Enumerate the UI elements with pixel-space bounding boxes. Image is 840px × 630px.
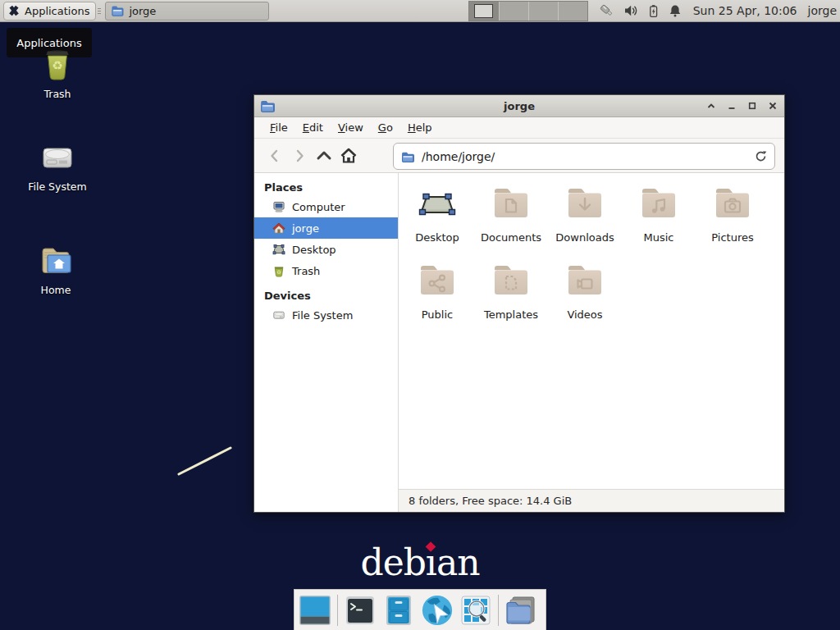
location-folder-icon — [400, 150, 415, 163]
power-plug-icon[interactable] — [600, 4, 615, 18]
system-tray — [600, 4, 682, 18]
home-button[interactable] — [336, 144, 361, 168]
desktop-icon-trash[interactable]: ♻ Trash — [18, 45, 97, 100]
workspace-1[interactable] — [469, 2, 499, 21]
file-tile-templates[interactable]: Templates — [474, 260, 548, 321]
workspace-4[interactable] — [558, 2, 587, 21]
sidebar-item-jorge[interactable]: jorge — [254, 217, 398, 239]
file-tile-desktop[interactable]: Desktop — [400, 183, 474, 244]
tasklist-grip-handle[interactable] — [98, 3, 103, 18]
sidebar-item-computer[interactable]: Computer — [254, 196, 398, 217]
sidebar-header-devices: Devices — [254, 286, 398, 304]
desktop-icon-label: File System — [18, 180, 97, 193]
menu-file[interactable]: File — [264, 119, 294, 136]
debian-logo: debıan — [0, 541, 840, 583]
hard-drive-icon — [38, 138, 77, 177]
templates-folder-icon — [491, 262, 531, 301]
applications-menu-button[interactable]: Applications — [3, 2, 96, 21]
location-bar[interactable]: /home/jorge/ — [393, 143, 775, 170]
menu-edit[interactable]: Edit — [297, 119, 329, 136]
file-label: Documents — [481, 231, 541, 244]
status-text: 8 folders, Free space: 14.4 GiB — [409, 495, 572, 507]
toolbar: /home/jorge/ — [254, 138, 784, 173]
trash-icon: ♻ — [272, 264, 285, 277]
application-finder-icon[interactable] — [459, 594, 492, 627]
web-browser-icon[interactable] — [421, 594, 454, 627]
documents-folder-icon — [491, 185, 531, 224]
file-view: Desktop Documents — [399, 173, 784, 512]
desktop-icon — [272, 243, 285, 256]
battery-charging-icon[interactable] — [647, 4, 660, 18]
sidebar-item-desktop[interactable]: Desktop — [254, 239, 398, 260]
applications-menu-label: Applications — [25, 5, 89, 17]
terminal-icon[interactable] — [344, 594, 377, 627]
desktop-icon-label: Home — [16, 284, 95, 296]
file-label: Videos — [567, 308, 602, 321]
sidebar-item-label: Trash — [292, 265, 320, 277]
file-tile-downloads[interactable]: Downloads — [548, 183, 622, 244]
desktop-icon-file-system[interactable]: File System — [18, 138, 97, 193]
home-folder-icon — [36, 241, 75, 281]
desktop-folder-icon — [418, 185, 457, 224]
dock — [294, 589, 546, 630]
menu-view[interactable]: View — [332, 119, 369, 136]
file-tile-documents[interactable]: Documents — [474, 183, 548, 244]
sidebar-item-label: Desktop — [292, 244, 336, 256]
shade-button[interactable] — [705, 99, 718, 112]
public-folder-icon — [418, 262, 457, 301]
computer-icon — [272, 200, 285, 213]
maximize-button[interactable] — [746, 99, 759, 112]
xfce-applications-icon — [7, 4, 21, 17]
sidebar-item-label: File System — [292, 309, 353, 322]
path-input[interactable]: /home/jorge/ — [422, 150, 747, 163]
file-tile-videos[interactable]: Videos — [548, 260, 622, 321]
menu-bar: File Edit View Go Help — [254, 117, 784, 138]
notifications-bell-icon[interactable] — [669, 4, 682, 18]
drive-icon — [272, 308, 285, 322]
sidebar: Places Computer jorge — [254, 173, 399, 512]
file-grid[interactable]: Desktop Documents — [399, 173, 784, 489]
sidebar-item-file-system[interactable]: File System — [254, 304, 398, 326]
user-home-icon — [272, 221, 285, 235]
file-label: Public — [422, 308, 453, 321]
workspace-2[interactable] — [499, 2, 528, 21]
up-button[interactable] — [312, 144, 336, 168]
file-label: Downloads — [555, 231, 614, 244]
sidebar-item-label: jorge — [292, 222, 319, 235]
svg-text:♻: ♻ — [52, 58, 62, 73]
menu-go[interactable]: Go — [372, 119, 399, 136]
file-cabinet-icon[interactable] — [382, 594, 415, 627]
file-tile-public[interactable]: Public — [400, 260, 474, 321]
workspace-switcher — [468, 1, 588, 21]
videos-folder-icon — [565, 262, 605, 301]
music-folder-icon — [639, 185, 678, 224]
reload-icon[interactable] — [754, 149, 768, 163]
panel-username: jorge — [808, 4, 837, 17]
panel-clock[interactable]: Sun 25 Apr, 10:06 — [693, 4, 797, 17]
minimize-button[interactable] — [725, 99, 738, 112]
taskbar-window-button[interactable]: jorge — [105, 2, 269, 21]
show-desktop-icon[interactable] — [299, 594, 331, 627]
file-tile-music[interactable]: Music — [622, 183, 696, 244]
pictures-folder-icon — [713, 185, 752, 224]
taskbar-window-label: jorge — [129, 5, 156, 17]
sidebar-item-trash[interactable]: ♻ Trash — [254, 260, 398, 281]
back-button[interactable] — [262, 144, 287, 168]
file-label: Templates — [484, 308, 538, 321]
desktop-icon-home[interactable]: Home — [16, 241, 95, 296]
sidebar-header-places: Places — [254, 178, 398, 196]
close-button[interactable] — [766, 99, 779, 112]
workspace-window-thumb — [474, 4, 493, 18]
volume-icon[interactable] — [624, 4, 638, 17]
folder-icon[interactable] — [504, 594, 537, 627]
dock-separator — [337, 595, 338, 626]
menu-help[interactable]: Help — [402, 119, 438, 136]
svg-text:♻: ♻ — [276, 269, 281, 276]
forward-button[interactable] — [287, 144, 312, 168]
downloads-folder-icon — [565, 185, 605, 224]
file-tile-pictures[interactable]: Pictures — [696, 183, 769, 244]
file-label: Pictures — [711, 231, 753, 244]
window-titlebar[interactable]: jorge — [254, 95, 784, 117]
workspace-3[interactable] — [528, 2, 558, 21]
trash-icon: ♻ — [38, 45, 77, 84]
